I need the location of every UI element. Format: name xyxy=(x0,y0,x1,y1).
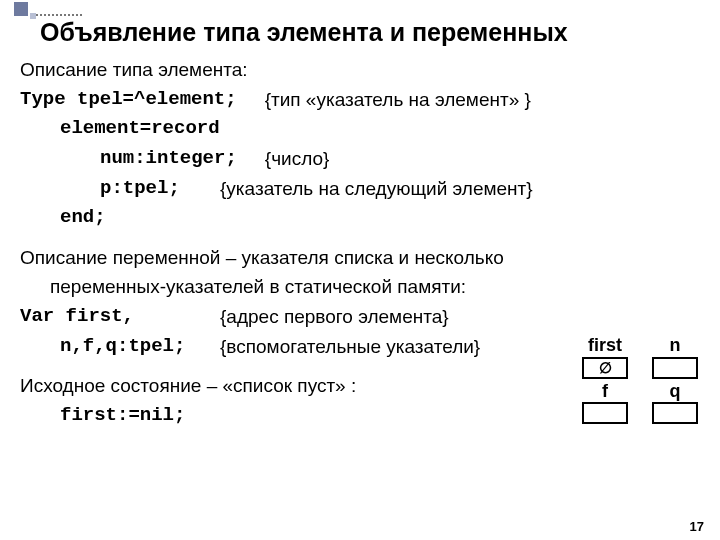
code-var-first-line: Var first, {адрес первого элемента} xyxy=(20,304,700,330)
box-f xyxy=(582,402,628,424)
code-var-first: Var first, xyxy=(20,304,220,330)
box-n xyxy=(652,357,698,379)
code-end: end; xyxy=(60,205,700,231)
box-q xyxy=(652,402,698,424)
comment-p: {указатель на следующий элемент} xyxy=(220,176,533,202)
code-p: p:tpel; xyxy=(100,176,210,202)
label-first: first xyxy=(588,335,622,356)
code-p-line: p:tpel; {указатель на следующий элемент} xyxy=(100,176,700,202)
label-q: q xyxy=(670,381,681,402)
label-n: n xyxy=(670,335,681,356)
comment-first: {адрес первого элемента} xyxy=(220,304,449,330)
desc-type-element: Описание типа элемента: xyxy=(20,57,700,83)
label-f: f xyxy=(602,381,608,402)
code-num-line: num:integer; {число} xyxy=(100,146,700,172)
page-number: 17 xyxy=(690,519,704,534)
slide-decoration xyxy=(14,2,82,16)
code-type-decl: Type tpel=^element; {тип «указатель на э… xyxy=(20,87,700,113)
comment-num: {число} xyxy=(265,146,330,172)
slide-title: Объявление типа элемента и переменных xyxy=(40,18,700,47)
comment-type: {тип «указатель на элемент» } xyxy=(265,87,531,113)
code-record: element=record xyxy=(60,116,700,142)
code-var-nfq: n,f,q:tpel; xyxy=(60,334,220,360)
desc-var-2: переменных-указателей в статической памя… xyxy=(50,274,700,300)
memory-diagram: first ∅ f n q xyxy=(582,335,698,424)
comment-nfq: {вспомогательные указатели} xyxy=(220,334,480,360)
code-type: Type tpel=^element; xyxy=(20,87,237,113)
box-first: ∅ xyxy=(582,357,628,379)
code-num: num:integer; xyxy=(100,146,237,172)
desc-var-1: Описание переменной – указателя списка и… xyxy=(20,245,700,271)
